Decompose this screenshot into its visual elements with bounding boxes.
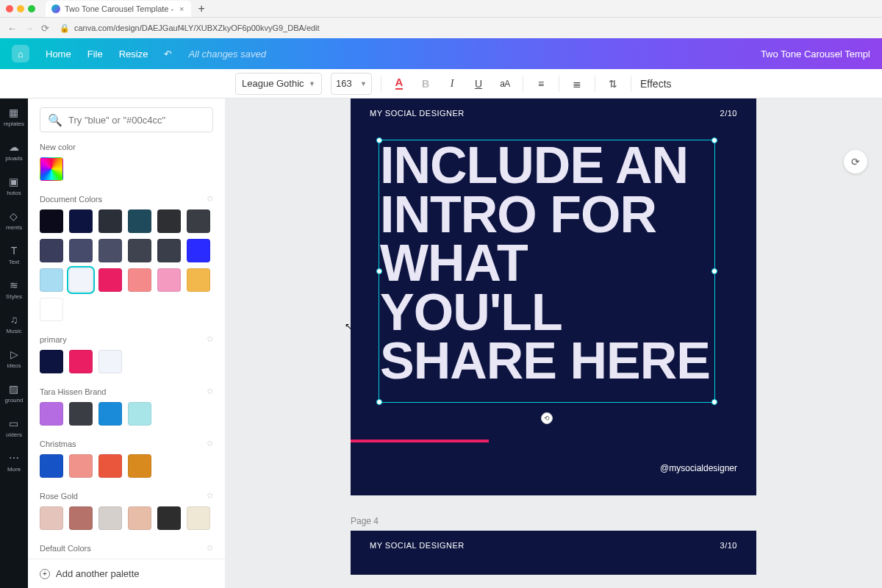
traffic-lights[interactable] (6, 5, 35, 12)
color-swatch[interactable] (187, 239, 210, 262)
color-swatch[interactable] (187, 268, 210, 292)
refresh-fab-icon[interactable]: ⟳ (844, 150, 867, 173)
color-swatch[interactable] (128, 268, 151, 292)
star-icon[interactable]: ✩ (207, 194, 213, 204)
resize-handle[interactable] (376, 268, 382, 274)
canvas-area[interactable]: ⟳ MY SOCIAL DESIGNER 2/10 INCLUDE AN INT… (225, 98, 882, 588)
rotate-handle[interactable]: ⟲ (541, 412, 553, 424)
add-palette-button[interactable]: + Add another palette (28, 559, 225, 588)
resize-handle[interactable] (711, 137, 717, 143)
color-swatch[interactable] (40, 402, 63, 426)
page-canvas-4[interactable]: MY SOCIAL DESIGNER 3/10 (351, 531, 756, 575)
accent-bar[interactable] (351, 440, 489, 442)
page-brand[interactable]: MY SOCIAL DESIGNER (370, 541, 465, 550)
color-swatch[interactable] (98, 454, 122, 478)
color-swatch[interactable] (187, 209, 210, 233)
handle-tag[interactable]: @mysocialdesigner (660, 463, 737, 473)
list-button[interactable]: ≣ (568, 75, 586, 93)
rail-item[interactable]: ☁ploads (5, 140, 23, 162)
url-bar[interactable]: 🔒 canva.com/design/DAEJGauf4LY/XUBXZkyOF… (55, 21, 875, 35)
color-swatch[interactable] (69, 402, 93, 426)
resize-handle[interactable] (376, 399, 382, 405)
selection-box[interactable]: ⟲ (379, 140, 715, 403)
back-icon[interactable]: ← (7, 23, 17, 34)
file-menu[interactable]: File (87, 49, 103, 60)
rail-item[interactable]: ▦mplates (4, 106, 24, 127)
color-swatch[interactable] (40, 350, 63, 373)
star-icon[interactable]: ✩ (207, 334, 213, 344)
color-swatch[interactable] (40, 298, 63, 321)
rail-item[interactable]: ▭olders (6, 417, 22, 438)
color-swatch[interactable] (69, 454, 93, 478)
color-swatch[interactable] (69, 350, 93, 373)
text-case-button[interactable]: aA (496, 75, 514, 93)
font-family-picker[interactable]: League Gothic ▼ (235, 73, 322, 95)
color-swatch[interactable] (128, 506, 151, 530)
color-swatch[interactable] (40, 506, 63, 530)
color-swatch[interactable] (128, 454, 151, 478)
font-size-picker[interactable]: 163 ▼ (331, 73, 372, 95)
color-search-input[interactable] (68, 115, 205, 126)
rail-item[interactable]: ⋯More (7, 451, 21, 473)
underline-button[interactable]: U (470, 75, 487, 93)
color-swatch[interactable] (98, 402, 122, 426)
rail-item[interactable]: ▷ideos (7, 348, 21, 369)
page-canvas-3[interactable]: MY SOCIAL DESIGNER 2/10 INCLUDE AN INTRO… (351, 98, 756, 495)
color-swatch[interactable] (157, 209, 181, 233)
color-swatch[interactable] (98, 506, 122, 530)
color-swatch[interactable] (40, 239, 63, 262)
rail-item[interactable]: ◇ments (6, 209, 22, 231)
rail-item[interactable]: ▨ground (5, 382, 24, 404)
color-swatch[interactable] (98, 268, 122, 292)
color-swatch[interactable] (157, 506, 181, 530)
color-swatch[interactable] (187, 506, 210, 530)
color-swatch[interactable] (98, 209, 122, 233)
color-swatch[interactable] (69, 506, 93, 530)
reload-icon[interactable]: ⟳ (41, 23, 49, 34)
star-icon[interactable]: ✩ (207, 543, 213, 553)
browser-tab[interactable]: Two Tone Carousel Template - × (46, 1, 191, 17)
color-swatch[interactable] (69, 239, 93, 262)
close-tab-icon[interactable]: × (178, 4, 185, 13)
star-icon[interactable]: ✩ (207, 491, 213, 501)
forward-icon[interactable]: → (24, 23, 34, 34)
color-swatch[interactable] (128, 402, 151, 426)
star-icon[interactable]: ✩ (207, 439, 213, 448)
new-tab-button[interactable]: + (194, 2, 209, 15)
new-color-button[interactable] (40, 157, 63, 181)
alignment-button[interactable]: ≡ (532, 75, 550, 93)
color-swatch[interactable] (40, 454, 63, 478)
rail-item[interactable]: ≋Styles (6, 279, 22, 300)
page-counter[interactable]: 2/10 (720, 109, 737, 118)
rail-item[interactable]: TText (7, 244, 21, 265)
page-brand[interactable]: MY SOCIAL DESIGNER (370, 109, 465, 118)
page-counter[interactable]: 3/10 (720, 541, 737, 550)
color-swatch[interactable] (98, 350, 122, 373)
italic-button[interactable]: I (443, 75, 461, 93)
resize-menu[interactable]: Resize (119, 49, 148, 60)
rail-item[interactable]: ▣hotos (7, 175, 21, 196)
color-swatch[interactable] (157, 239, 181, 262)
spacing-button[interactable]: ⇅ (604, 75, 622, 93)
resize-handle[interactable] (711, 268, 717, 274)
color-swatch[interactable] (69, 268, 93, 292)
resize-handle[interactable] (376, 137, 382, 143)
document-title[interactable]: Two Tone Carousel Templ (761, 49, 870, 60)
canva-logo-icon[interactable]: ⌂ (12, 45, 29, 62)
color-swatch[interactable] (40, 268, 63, 292)
color-search[interactable]: 🔍 (40, 107, 213, 132)
color-swatch[interactable] (40, 209, 63, 233)
undo-icon[interactable]: ↶ (164, 49, 172, 60)
color-swatch[interactable] (128, 239, 151, 262)
color-swatch[interactable] (98, 239, 122, 262)
color-swatch[interactable] (69, 209, 93, 233)
color-swatch[interactable] (128, 209, 151, 233)
rail-item[interactable]: ♫Music (7, 313, 22, 334)
bold-button[interactable]: B (417, 75, 434, 93)
text-color-button[interactable]: A (390, 75, 408, 93)
star-icon[interactable]: ✩ (207, 387, 213, 396)
resize-handle[interactable] (711, 399, 717, 405)
effects-button[interactable]: Effects (640, 78, 672, 90)
home-link[interactable]: Home (46, 49, 71, 60)
color-swatch[interactable] (157, 268, 181, 292)
